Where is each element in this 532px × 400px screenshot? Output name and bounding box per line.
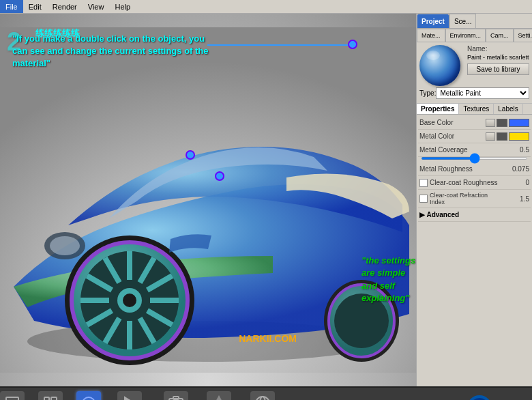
metal-color-picker-btn[interactable] — [486, 132, 495, 141]
metal-roughness-label: Metal Roughness — [419, 165, 502, 173]
sphere-highlight — [426, 51, 440, 60]
save-to-library-button[interactable]: Save to library — [467, 63, 529, 75]
toolbar-animation[interactable]: Animation — [115, 391, 145, 401]
clearcoat-refraction-label: Clear-coat Refraction Index — [430, 192, 502, 205]
toolbar-screenshot[interactable]: Screenshot — [158, 391, 193, 401]
material-name-label: Name: — [467, 45, 529, 53]
svg-rect-29 — [44, 397, 49, 401]
screenshot-icon — [164, 391, 188, 401]
toolbar-library[interactable]: Library — [38, 391, 63, 401]
keyshotvr-icon — [250, 391, 275, 401]
annotation-line-1 — [207, 44, 351, 46]
svg-point-20 — [123, 294, 136, 307]
right-panel: Project Sce... Mate... Environm... Cam..… — [416, 14, 532, 386]
clearcoat-roughness-value: 0 — [502, 179, 529, 186]
toolbar-project[interactable]: Project — [76, 391, 101, 401]
menu-edit[interactable]: Edit — [23, 0, 47, 13]
type-select[interactable]: Metallic Paint — [436, 87, 529, 99]
base-color-row: Base Color — [418, 116, 531, 130]
svg-point-26 — [50, 236, 80, 255]
metal-color-label: Metal Color — [419, 132, 486, 140]
tab-scene[interactable]: Sce... — [449, 14, 477, 28]
main-area: 2 练练练练练 "If you make a double click on t… — [0, 14, 532, 386]
svg-rect-27 — [6, 397, 18, 401]
svg-marker-37 — [212, 397, 226, 401]
base-color-swatch-dark[interactable] — [497, 119, 507, 127]
clearcoat-refraction-checkbox[interactable] — [419, 195, 428, 203]
tab-camera[interactable]: Cam... — [486, 29, 514, 42]
svg-point-31 — [83, 397, 95, 401]
svg-point-39 — [260, 397, 265, 401]
material-sphere — [419, 45, 460, 86]
subtab-labels[interactable]: Labels — [494, 104, 522, 114]
metal-coverage-slider-row — [418, 157, 531, 162]
bottom-toolbar: Import Library Project Animation Screens… — [0, 386, 532, 400]
svg-marker-33 — [125, 397, 134, 401]
metal-roughness-value: 0.075 — [502, 165, 529, 173]
metal-roughness-row: Metal Roughness 0.075 — [418, 162, 531, 176]
import-icon — [0, 391, 25, 401]
material-name-value: Paint - metallic scarlett — [467, 54, 529, 61]
clearcoat-refraction-value: 1.5 — [502, 195, 529, 203]
clearcoat-roughness-row: Clear-coat Roughness 0 — [418, 176, 531, 190]
keyshot-branding: KS KeyShotby Luxion — [466, 394, 532, 400]
library-icon — [38, 391, 63, 401]
clearcoat-roughness-label: Clear-coat Roughness — [430, 179, 502, 186]
metal-color-swatches — [486, 132, 529, 141]
material-sphere-container — [419, 45, 460, 86]
advanced-label: ▶ Advanced — [419, 211, 529, 218]
dot-indicator-3 — [215, 171, 224, 181]
project-icon — [76, 391, 101, 401]
metal-coverage-slider[interactable] — [421, 157, 528, 160]
base-color-label: Base Color — [419, 119, 486, 126]
dot-indicator-1 — [348, 40, 357, 49]
metal-color-swatch-dark[interactable] — [497, 132, 507, 141]
dot-indicator-2 — [186, 150, 195, 160]
sub-tabs: Properties Textures Labels — [417, 104, 532, 115]
tab-settings[interactable]: Setti... — [514, 29, 532, 42]
subtab-textures[interactable]: Textures — [459, 104, 494, 114]
menu-file[interactable]: File — [0, 0, 23, 13]
base-color-swatch-main[interactable] — [509, 119, 529, 127]
menu-render[interactable]: Render — [47, 0, 83, 13]
base-color-swatches — [486, 119, 529, 127]
metal-color-row: Metal Color — [418, 130, 531, 143]
tab-environment[interactable]: Environm... — [445, 29, 486, 42]
menu-help[interactable]: Help — [109, 0, 136, 13]
viewport[interactable]: 2 练练练练练 "If you make a double click on t… — [0, 14, 416, 386]
panel-tabs: Project Sce... — [417, 14, 532, 29]
material-name-area: Name: Paint - metallic scarlett Save to … — [467, 45, 529, 77]
menu-bar: File Edit Render View Help — [0, 0, 532, 14]
menu-view[interactable]: View — [83, 0, 110, 13]
clearcoat-roughness-checkbox[interactable] — [419, 179, 428, 187]
svg-rect-30 — [51, 397, 57, 401]
toolbar-render[interactable]: Render — [207, 391, 231, 401]
advanced-row: ▶ Advanced — [418, 208, 531, 222]
tab-project[interactable]: Project — [417, 14, 449, 28]
keyshot-logo-icon: KS — [466, 394, 493, 400]
type-label: Type: — [419, 89, 436, 97]
instruction-annotation: "If you make a double click on the objec… — [12, 33, 210, 70]
properties-content: Base Color Metal Color Metal Coverage — [417, 115, 532, 386]
toolbar-keyshotvr[interactable]: KeyShotVR — [245, 391, 280, 401]
narkii-watermark: NARKII.COM — [239, 333, 297, 344]
subtab-properties[interactable]: Properties — [417, 104, 459, 114]
animation-icon — [117, 391, 142, 401]
metal-color-swatch-main[interactable] — [509, 132, 529, 141]
clearcoat-refraction-row: Clear-coat Refraction Index 1.5 — [418, 190, 531, 208]
car-scene: 2 练练练练练 "If you make a double click on t… — [0, 14, 416, 386]
tab-mate[interactable]: Mate... — [417, 29, 445, 42]
material-preview: Name: Paint - metallic scarlett Save to … — [417, 42, 532, 104]
type-row: Type: Metallic Paint — [419, 86, 529, 100]
render-icon — [207, 391, 231, 401]
toolbar-import[interactable]: Import — [0, 391, 25, 401]
settings-annotation: "the settings are simple and self explai… — [361, 255, 416, 304]
base-color-picker-btn[interactable] — [486, 119, 495, 127]
